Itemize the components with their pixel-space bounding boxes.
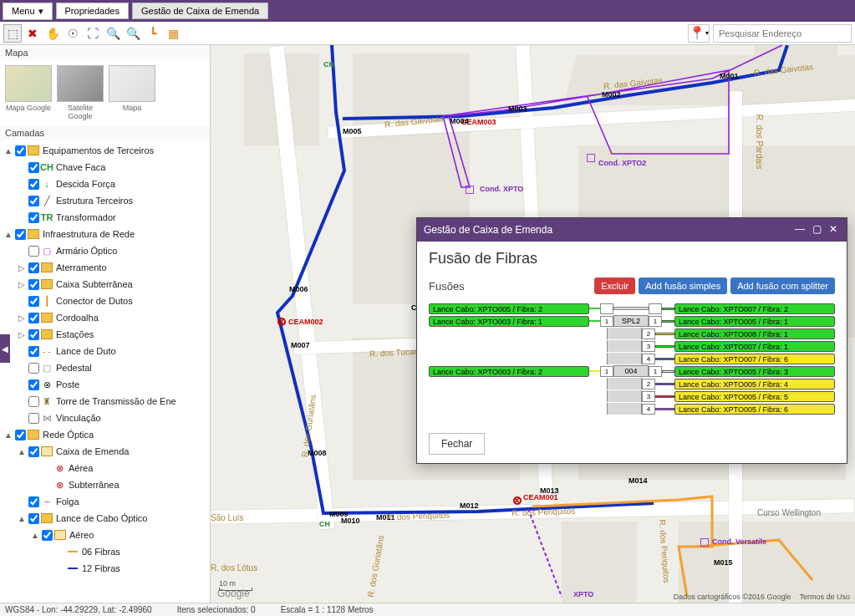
layer-checkbox[interactable]: [28, 413, 39, 424]
cable-right[interactable]: Lance Cabo: XPTO007 / Fibra: 1: [674, 341, 835, 352]
tree-row[interactable]: ▢Pedestal: [0, 359, 210, 376]
tree-row[interactable]: ▲Aéreo: [0, 527, 210, 543]
tree-label[interactable]: Caixa Subterrânea: [56, 279, 133, 289]
tree-label[interactable]: Poste: [56, 379, 79, 389]
tree-label[interactable]: Subterrânea: [69, 480, 120, 490]
cable-right[interactable]: Lance Cabo: XPTO007 / Fibra: 2: [674, 303, 835, 314]
maximize-icon[interactable]: ▢: [810, 223, 823, 237]
tree-row[interactable]: ▷Cordoalha: [0, 309, 210, 326]
tree-label[interactable]: Folga: [56, 496, 79, 507]
cable-right[interactable]: Lance Cabo: XPTO007 / Fibra: 6: [674, 354, 835, 364]
layer-checkbox[interactable]: [28, 346, 39, 357]
tree-label[interactable]: Rede Óptica: [43, 430, 94, 440]
terms-link[interactable]: Termos de Uso: [799, 593, 850, 601]
fusion-diagram[interactable]: Lance Cabo: XPTO005 / Fibra: 2Lance Cabo…: [429, 303, 835, 415]
tree-row[interactable]: ⊗Subterrânea: [0, 476, 210, 493]
delete-button[interactable]: Excluir: [594, 277, 635, 294]
splitter-box[interactable]: SPL2: [613, 315, 649, 327]
tree-row[interactable]: 12 Fibras: [0, 560, 210, 577]
tree-label[interactable]: Transformador: [56, 212, 116, 222]
tree-row[interactable]: ╱Estrutura Terceiros: [0, 192, 210, 209]
splitter-box[interactable]: 004: [613, 365, 649, 377]
layer-checkbox[interactable]: [28, 363, 39, 374]
fusion-row[interactable]: 2Lance Cabo: XPTO008 / Fibra: 1: [429, 328, 835, 339]
tree-label[interactable]: Aéreo: [69, 530, 94, 540]
layer-checkbox[interactable]: [28, 513, 39, 524]
fusion-row[interactable]: Lance Cabo: XPTO003 / Fibra: 11SPL21Lanc…: [429, 315, 835, 327]
tree-twisty[interactable]: ▲: [30, 531, 40, 540]
tree-twisty[interactable]: ▲: [17, 447, 27, 456]
close-icon[interactable]: ✕: [827, 223, 840, 237]
cable-left[interactable]: Lance Cabo: XPTO003 / Fibra: 1: [429, 316, 589, 327]
layer-checkbox[interactable]: [28, 496, 39, 507]
add-simple-button[interactable]: Add fusão simples: [639, 277, 727, 294]
cable-left[interactable]: Lance Cabo: XPTO005 / Fibra: 2: [429, 303, 589, 314]
tree-row[interactable]: ⊗Aérea: [0, 460, 210, 476]
layer-checkbox[interactable]: [28, 212, 39, 223]
marker-ceam002[interactable]: [277, 318, 286, 326]
layer-checkbox[interactable]: [28, 396, 39, 407]
fusion-row[interactable]: 4Lance Cabo: XPTO005 / Fibra: 6: [429, 403, 835, 415]
identify-tool[interactable]: ☉: [64, 24, 82, 43]
tree-row[interactable]: - -Lance de Duto: [0, 343, 210, 359]
properties-button[interactable]: Propriedades: [56, 3, 129, 19]
cable-right[interactable]: Lance Cabo: XPTO005 / Fibra: 4: [674, 379, 835, 389]
layer-checkbox[interactable]: [28, 262, 39, 273]
cond-xpto-box[interactable]: [466, 186, 474, 194]
tree-label[interactable]: Torre de Transmissão de Ene: [56, 396, 176, 406]
zoom-in-tool[interactable]: 🔍: [104, 24, 122, 43]
cable-right[interactable]: Lance Cabo: XPTO005 / Fibra: 6: [674, 404, 835, 415]
clear-select-tool[interactable]: ✖: [23, 24, 42, 43]
splice-mgmt-button[interactable]: Gestão de Caixa de Emenda: [132, 3, 268, 19]
dialog-close-button[interactable]: Fechar: [429, 433, 485, 455]
layer-checkbox[interactable]: [28, 162, 39, 173]
layer-checkbox[interactable]: [15, 430, 26, 440]
tree-row[interactable]: ▢Armário Óptico: [0, 242, 210, 259]
layer-checkbox[interactable]: [28, 196, 39, 206]
minimize-icon[interactable]: —: [793, 223, 807, 237]
cable-right[interactable]: Lance Cabo: XPTO005 / Fibra: 1: [674, 316, 835, 327]
fusion-row[interactable]: 3Lance Cabo: XPTO007 / Fibra: 1: [429, 340, 835, 352]
tree-twisty[interactable]: ▷: [17, 313, 27, 323]
tree-row[interactable]: ▲Equipamentos de Terceiros: [0, 142, 210, 159]
basemap-option[interactable]: Satelite Google: [57, 65, 104, 120]
cable-right[interactable]: Lance Cabo: XPTO005 / Fibra: 5: [674, 391, 835, 402]
tree-label[interactable]: Infraestrutura de Rede: [43, 229, 135, 239]
tree-twisty[interactable]: ▷: [17, 330, 27, 339]
tree-row[interactable]: ∼Folga: [0, 493, 210, 510]
fusion-row[interactable]: 4Lance Cabo: XPTO007 / Fibra: 6: [429, 353, 835, 364]
cable-left[interactable]: Lance Cabo: XPTO003 / Fibra: 2: [429, 366, 589, 377]
layer-checkbox[interactable]: [15, 229, 26, 240]
tree-twisty[interactable]: ▲: [3, 230, 13, 239]
cond-xpto2-box[interactable]: [587, 154, 595, 162]
layer-checkbox[interactable]: [28, 296, 39, 307]
measure-tool[interactable]: ┗: [144, 24, 162, 43]
tree-row[interactable]: ♜Torre de Transmissão de Ene: [0, 393, 210, 410]
tree-twisty[interactable]: ▲: [3, 146, 13, 155]
cable-right[interactable]: Lance Cabo: XPTO008 / Fibra: 1: [674, 328, 835, 339]
tree-label[interactable]: Vinculação: [56, 413, 101, 423]
tree-row[interactable]: 06 Fibras: [0, 543, 210, 560]
collapse-sidebar-handle[interactable]: ◀: [0, 334, 10, 363]
tree-row[interactable]: ↓Descida Força: [0, 176, 210, 192]
tree-label[interactable]: Lance de Cabo Óptico: [56, 513, 147, 523]
layer-checkbox[interactable]: [28, 279, 39, 290]
zoom-box-tool[interactable]: ⛶: [84, 24, 102, 43]
tree-label[interactable]: Armário Óptico: [56, 246, 117, 256]
layer-tree[interactable]: ▲Equipamentos de TerceirosCHChave Faca↓D…: [0, 140, 210, 603]
tree-twisty[interactable]: ▷: [17, 263, 27, 272]
layer-checkbox[interactable]: [28, 179, 39, 190]
tree-label[interactable]: Lance de Duto: [56, 346, 116, 356]
tree-row[interactable]: ┃Conector de Dutos: [0, 293, 210, 309]
pan-tool[interactable]: ✋: [43, 24, 62, 43]
layer-checkbox[interactable]: [28, 446, 39, 457]
tree-row[interactable]: TRTransformador: [0, 209, 210, 226]
tree-label[interactable]: Descida Força: [56, 179, 115, 189]
tree-label[interactable]: Conector de Dutos: [56, 296, 133, 306]
zoom-out-tool[interactable]: 🔍: [124, 24, 142, 43]
layer-checkbox[interactable]: [28, 329, 39, 340]
tree-twisty[interactable]: ▷: [17, 280, 27, 289]
layer-checkbox[interactable]: [28, 313, 39, 323]
marker-ceam001[interactable]: [513, 496, 522, 505]
layer-checkbox[interactable]: [28, 246, 39, 257]
